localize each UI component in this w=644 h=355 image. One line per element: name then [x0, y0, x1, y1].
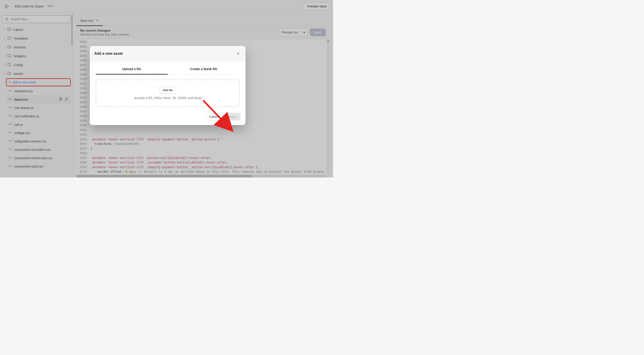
- file-dropzone[interactable]: Add file Accepts CSS, IMGs, fonts, JS, J…: [96, 80, 240, 107]
- add-file-button[interactable]: Add file: [159, 87, 176, 93]
- modal-body: Add file Accepts CSS, IMGs, fonts, JS, J…: [90, 75, 246, 109]
- accepts-text: Accepts CSS, IMGs, fonts, JS, JSON, and …: [134, 96, 202, 100]
- modal-overlay[interactable]: Add a new asset × Upload a file Create a…: [0, 0, 333, 177]
- modal-title: Add a new asset: [94, 51, 123, 56]
- modal-footer: Cancel Done: [90, 109, 246, 125]
- tab-upload-file[interactable]: Upload a file: [96, 64, 168, 75]
- close-icon: ×: [237, 51, 240, 56]
- tab-create-blank[interactable]: Create a blank file: [168, 64, 240, 75]
- done-button[interactable]: Done: [225, 113, 240, 120]
- cancel-button[interactable]: Cancel: [206, 113, 223, 120]
- add-asset-modal: Add a new asset × Upload a file Create a…: [90, 46, 246, 125]
- modal-header: Add a new asset ×: [90, 46, 246, 61]
- modal-tabs: Upload a file Create a blank file: [90, 61, 246, 75]
- modal-close-button[interactable]: ×: [236, 50, 241, 57]
